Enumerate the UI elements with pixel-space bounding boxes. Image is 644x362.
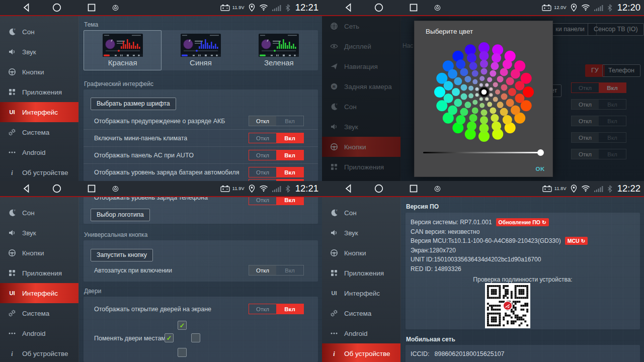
run-button[interactable]: Запустить кнопку	[91, 249, 153, 261]
nav-home-icon[interactable]	[374, 184, 383, 193]
gears-icon	[8, 309, 17, 317]
door-checkbox-rear[interactable]: ✓	[178, 348, 187, 357]
car-battery-icon	[220, 4, 230, 11]
wifi-icon	[259, 4, 268, 11]
nav-back-icon[interactable]	[344, 184, 353, 193]
signal-icon	[272, 5, 281, 11]
sidebar-item-приложения[interactable]: Приложения	[0, 263, 78, 283]
svg-text:z: z	[14, 209, 16, 212]
toggle-switch[interactable]: ОтклВкл	[249, 150, 304, 160]
sidebar-item-интерфейс[interactable]: UIИнтерфейс	[0, 102, 78, 122]
toggle-off-label[interactable]: Откл	[249, 265, 276, 275]
nav-recents-icon[interactable]	[87, 3, 96, 12]
sidebar-item-сон[interactable]: zСон	[0, 203, 78, 223]
sidebar-item-звук[interactable]: Звук	[0, 223, 78, 243]
toggle-on-label[interactable]: Вкл	[276, 133, 303, 143]
toggle-off-label[interactable]: Откл	[249, 133, 276, 143]
nav-recents-icon[interactable]	[409, 3, 418, 12]
ok-button[interactable]: OK	[536, 166, 545, 172]
nav-home-icon[interactable]	[52, 3, 61, 12]
toggle-switch[interactable]: ОтклВкл	[249, 167, 304, 177]
door-checkbox-front[interactable]: ✓	[178, 321, 187, 330]
verify-label: Проверка подлинности устройства:	[406, 276, 640, 283]
info-text: Версия MCU:Ts10.1.1-100-60-A4C689-210423…	[411, 237, 561, 244]
wifi-icon	[259, 185, 268, 192]
nav-recents-icon[interactable]	[87, 184, 96, 193]
screen-ui-interface-theme: Тема Красная Синяя Зеленая Графический и…	[0, 0, 322, 181]
info-text: CAN версия: неизвестно	[411, 228, 479, 235]
screen-record-icon[interactable]	[434, 5, 441, 11]
nav-back-icon[interactable]	[22, 184, 31, 193]
brightness-slider[interactable]	[423, 152, 540, 153]
toggle-on-label[interactable]: Вкл	[276, 265, 303, 275]
sidebar-item-android[interactable]: Android	[322, 323, 400, 343]
swap-doors-label: Поменять двери местами	[94, 335, 169, 342]
theme-label: Синяя	[190, 58, 212, 67]
svg-text:i: i	[11, 350, 13, 357]
theme-option-1[interactable]: Красная	[84, 30, 162, 70]
toggle-on-label[interactable]: Вкл	[276, 150, 303, 160]
sidebar-item-приложения[interactable]: Приложения	[0, 82, 78, 102]
iccid-value: 89860620180015625107	[435, 350, 505, 357]
toggle-switch[interactable]: ОтклВкл	[249, 133, 304, 143]
nav-back-icon[interactable]	[344, 3, 353, 12]
sidebar-item-звук[interactable]: Звук	[322, 223, 400, 243]
toggle-off-label[interactable]: Откл	[249, 167, 276, 177]
toggle-switch[interactable]: ОтклВкл	[249, 304, 304, 314]
section-header-version: Версия ПО	[406, 203, 439, 210]
screen-record-icon[interactable]	[112, 186, 119, 192]
toggle-off-label[interactable]: Откл	[249, 304, 276, 314]
sidebar-item-интерфейс[interactable]: UIИнтерфейс	[322, 283, 400, 303]
info-icon: i	[330, 349, 339, 357]
theme-option-2[interactable]: Синяя	[162, 30, 239, 70]
nav-recents-icon[interactable]	[409, 184, 418, 193]
theme-option-3[interactable]: Зеленая	[240, 30, 318, 70]
toggle-on-label[interactable]: Вкл	[276, 116, 303, 126]
version-panel: Проверка подлинности устройства: Версия …	[406, 213, 640, 329]
info-line: Версия MCU:Ts10.1.1-100-60-A4C689-210423…	[411, 237, 588, 244]
door-checkbox-right[interactable]: ✓	[191, 333, 200, 342]
logo-select-button[interactable]: Выбор логотипа	[91, 209, 150, 221]
sidebar-item-об-устройстве[interactable]: iОб устройстве	[0, 343, 78, 362]
toggle-off-label[interactable]: Откл	[249, 116, 276, 126]
sidebar-item-кнопки[interactable]: Кнопки	[0, 62, 78, 82]
sidebar-item-android[interactable]: Android	[0, 323, 78, 343]
badge-label: MCU	[568, 238, 580, 244]
nav-back-icon[interactable]	[22, 3, 31, 12]
toggle-on-label[interactable]: Вкл	[276, 167, 303, 177]
sidebar-item-label: Звук	[22, 48, 36, 56]
nav-home-icon[interactable]	[52, 184, 61, 193]
update-badge[interactable]: MCU↻	[565, 237, 588, 245]
screen-record-icon[interactable]	[112, 5, 119, 11]
sidebar-item-приложения[interactable]: Приложения	[322, 263, 400, 283]
color-picker-dialog: Выберите цвет OK	[414, 21, 553, 177]
color-wheel[interactable]	[431, 39, 537, 145]
sidebar-item-система[interactable]: Система	[0, 122, 78, 142]
sidebar-item-кнопки[interactable]: Кнопки	[0, 243, 78, 263]
sidebar-item-об-устройстве[interactable]: iОб устройстве	[322, 343, 400, 362]
sidebar-item-интерфейс[interactable]: UIИнтерфейс	[0, 283, 78, 303]
toggle-switch[interactable]: ОтклВкл	[249, 265, 304, 276]
bluetooth-icon	[285, 185, 290, 193]
accent-line	[322, 15, 644, 16]
nav-home-icon[interactable]	[374, 3, 383, 12]
slider-thumb[interactable]	[537, 149, 544, 156]
toggle-switch[interactable]: ОтклВкл	[249, 116, 304, 126]
svg-text:z: z	[336, 209, 338, 212]
sidebar-item-система[interactable]: Система	[322, 303, 400, 323]
sidebar-item-звук[interactable]: Звук	[0, 42, 78, 62]
door-checkbox-left[interactable]: ✓	[165, 333, 174, 342]
toggle-off-label[interactable]: Откл	[249, 150, 276, 160]
font-size-button[interactable]: Выбрать размер шрифта	[91, 98, 176, 110]
sidebar-item-об-устройстве[interactable]: iОб устройстве	[0, 162, 78, 181]
sidebar-item-android[interactable]: Android	[0, 142, 78, 162]
update-badge[interactable]: Обновление ПО↻	[496, 218, 549, 226]
sidebar-item-система[interactable]: Система	[0, 303, 78, 323]
sidebar-item-кнопки[interactable]: Кнопки	[322, 243, 400, 263]
sidebar-item-сон[interactable]: zСон	[322, 203, 400, 223]
sidebar-item-сон[interactable]: zСон	[0, 22, 78, 42]
screen-record-icon[interactable]	[434, 186, 441, 192]
status-cluster: 11.9V12:21	[220, 0, 318, 15]
toggle-on-label[interactable]: Вкл	[276, 304, 303, 314]
setting-row: Отображать открытие дверей на экранеОткл…	[84, 301, 318, 317]
